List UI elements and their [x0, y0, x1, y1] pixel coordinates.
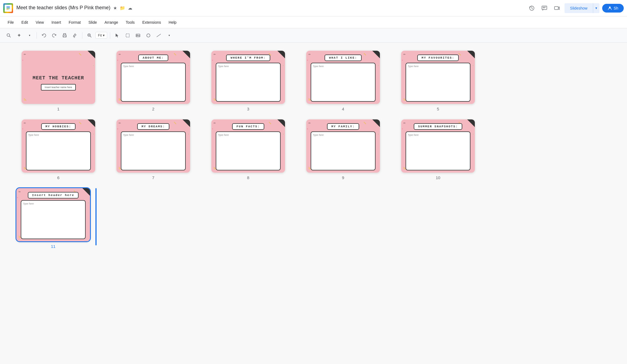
- undo-button[interactable]: [40, 31, 48, 40]
- folder-icon[interactable]: 📁: [120, 5, 125, 11]
- slide-thumb-7[interactable]: ✏📏📐●●MY DREAMS:Type here: [116, 119, 190, 173]
- slide-thumb-3[interactable]: ✏📏📐●●WHERE I'M FROM:Type here: [211, 51, 285, 104]
- slide-content-box[interactable]: Type here: [311, 131, 376, 170]
- svg-rect-14: [74, 37, 75, 38]
- slide-wrapper-7: ✏📏📐●●MY DREAMS:Type here7: [111, 119, 195, 180]
- star-icon[interactable]: ★: [113, 5, 117, 11]
- add-button[interactable]: +: [15, 31, 23, 40]
- slideshow-btn-group: Slideshow ▾: [565, 3, 599, 13]
- menu-extensions[interactable]: Extensions: [139, 19, 164, 26]
- redo-button[interactable]: [50, 31, 59, 40]
- menu-format[interactable]: Format: [65, 19, 84, 26]
- slide-number-6: 6: [57, 175, 59, 180]
- slide-thumb-11[interactable]: ✏📏📐●●Insert header hereType here: [16, 188, 90, 241]
- slide-deco: 📏: [458, 53, 461, 56]
- slide-thumb-2[interactable]: ✏📏📐●●ABOUT ME:Type here: [116, 51, 190, 104]
- svg-rect-13: [64, 36, 66, 37]
- slide-thumb-10[interactable]: ✏📏📐●●SUMMER SNAPSHOTS:Type here: [401, 119, 475, 173]
- doc-title[interactable]: Meet the teacher slides (Mrs P Pink them…: [16, 5, 110, 11]
- add-dropdown-button[interactable]: ▾: [25, 31, 34, 40]
- slide-deco: ●: [283, 64, 284, 66]
- select-tool-button[interactable]: [123, 31, 132, 40]
- slide-deco: ●: [22, 59, 23, 61]
- slide-deco: ●: [22, 128, 23, 130]
- slide-deco: ✏: [308, 122, 311, 125]
- slide-deco: ●: [212, 59, 213, 61]
- line-tool-dropdown-button[interactable]: ▾: [165, 31, 173, 40]
- slide-content: ABOUT ME:Type here: [116, 51, 190, 104]
- slide-deco: 📏: [79, 122, 82, 124]
- svg-line-24: [157, 34, 161, 37]
- slide-content-box[interactable]: Type here: [121, 63, 186, 102]
- type-here-placeholder: Type here: [28, 134, 89, 136]
- slide-content-box[interactable]: Type here: [311, 63, 376, 102]
- slide-wrapper-4: ✏📏📐●●WHAT I LIKE:Type here4: [301, 51, 385, 111]
- image-tool-button[interactable]: [134, 31, 142, 40]
- slide-title-banner: MY DREAMS:: [137, 123, 169, 130]
- slide-thumb-8[interactable]: ✏📏📐●●FUN FACTS:Type here: [211, 119, 285, 173]
- slide-content-box[interactable]: Type here: [21, 200, 86, 239]
- slide-title-banner: WHERE I'M FROM:: [226, 55, 270, 61]
- zoom-fit-select[interactable]: Fit ▾: [95, 32, 107, 39]
- slides-grid: ✏📏📐●●MEET THE TEACHERInsert teacher name…: [16, 51, 480, 249]
- print-button[interactable]: [60, 31, 69, 40]
- slide-deco: ●: [93, 64, 94, 66]
- cover-main-text: MEET THE TEACHER: [33, 75, 84, 81]
- slide-content: WHERE I'M FROM:Type here: [211, 51, 285, 104]
- type-here-placeholder: Type here: [313, 65, 373, 68]
- slide-thumb-9[interactable]: ✏📏📐●●MY FAMILY:Type here: [306, 119, 380, 173]
- app-logo[interactable]: [3, 3, 13, 13]
- svg-rect-2: [7, 8, 10, 8]
- cursor-tool-button[interactable]: [113, 31, 122, 40]
- menu-slide[interactable]: Slide: [85, 19, 100, 26]
- menu-tools[interactable]: Tools: [122, 19, 138, 26]
- teacher-name-box[interactable]: Insert teacher name here: [41, 84, 76, 91]
- menu-bar: File Edit View Insert Format Slide Arran…: [0, 16, 627, 28]
- menu-view[interactable]: View: [32, 19, 47, 26]
- format-paint-button[interactable]: [71, 31, 79, 40]
- slide-thumb-4[interactable]: ✏📏📐●●WHAT I LIKE:Type here: [306, 51, 380, 104]
- menu-file[interactable]: File: [4, 19, 17, 26]
- menu-arrange[interactable]: Arrange: [101, 19, 121, 26]
- slide-number-5: 5: [437, 107, 439, 111]
- slide-deco: ●: [212, 128, 213, 130]
- comments-button[interactable]: [539, 3, 549, 13]
- shape-tool-button[interactable]: [144, 31, 153, 40]
- slide-content-box[interactable]: Type here: [26, 131, 91, 170]
- slide-content-box[interactable]: Type here: [121, 131, 186, 170]
- history-button[interactable]: [527, 3, 537, 13]
- slideshow-dropdown-button[interactable]: ▾: [593, 3, 599, 13]
- zoom-button[interactable]: [85, 31, 94, 40]
- slide-content-box[interactable]: Type here: [216, 63, 281, 102]
- slide-number-9: 9: [342, 175, 344, 180]
- menu-help[interactable]: Help: [165, 19, 180, 26]
- slide-content-box[interactable]: Type here: [406, 131, 470, 170]
- menu-insert[interactable]: Insert: [48, 19, 64, 26]
- slide-thumb-5[interactable]: ✏📏📐●●MY FAVOURITES:Type here: [401, 51, 475, 104]
- slide-title-banner: Insert header here: [28, 192, 79, 198]
- camera-button[interactable]: [552, 3, 562, 13]
- share-button[interactable]: Sh: [602, 4, 624, 13]
- menu-edit[interactable]: Edit: [18, 19, 31, 26]
- slide-thumb-1[interactable]: ✏📏📐●●MEET THE TEACHERInsert teacher name…: [22, 51, 95, 104]
- slideshow-button[interactable]: Slideshow: [565, 3, 593, 13]
- slide-deco: ✏: [119, 53, 121, 56]
- cloud-icon[interactable]: ☁: [128, 5, 132, 11]
- top-bar: Meet the teacher slides (Mrs P Pink them…: [0, 0, 627, 16]
- slide-thumb-6[interactable]: ✏📏📐●●MY HOBBIES:Type here: [22, 119, 95, 173]
- search-button[interactable]: [4, 31, 13, 40]
- toolbar-divider-2: [82, 32, 82, 39]
- slide-deco: ●: [402, 59, 403, 61]
- slide-number-1: 1: [57, 107, 59, 111]
- slide-wrapper-6: ✏📏📐●●MY HOBBIES:Type here6: [16, 119, 100, 180]
- svg-point-23: [147, 34, 150, 37]
- slide-number-10: 10: [436, 175, 440, 180]
- slide-number-8: 8: [247, 175, 249, 180]
- slide-content-box[interactable]: Type here: [406, 63, 470, 102]
- line-tool-button[interactable]: [154, 31, 163, 40]
- slide-number-2: 2: [152, 107, 154, 111]
- slide-content: MY HOBBIES:Type here: [22, 119, 95, 173]
- svg-rect-20: [126, 34, 129, 37]
- slide-content-box[interactable]: Type here: [216, 131, 281, 170]
- corner-decoration: [88, 119, 95, 127]
